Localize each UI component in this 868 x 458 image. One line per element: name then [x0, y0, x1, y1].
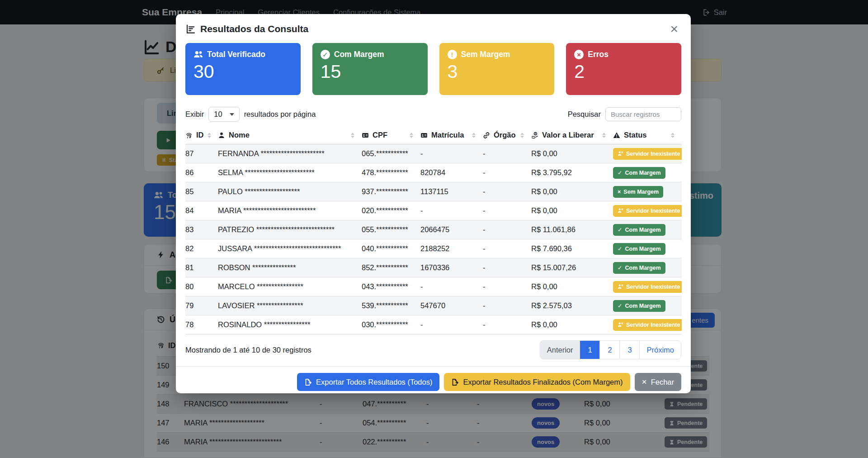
- cell-id: 86: [185, 163, 218, 182]
- cell-matricula: 1670336: [420, 258, 483, 277]
- cell-valor: R$ 0,00: [531, 144, 613, 163]
- stat-card-label: !Sem Margem: [448, 50, 547, 59]
- cell-nome: PATREZIO ***************************: [218, 220, 362, 239]
- x-icon: ×: [642, 377, 647, 387]
- search-input[interactable]: [605, 107, 681, 121]
- cell-valor: R$ 2.575,03: [531, 296, 613, 315]
- page-size-value: 10: [214, 110, 222, 119]
- per-page-label: resultados por página: [244, 110, 316, 119]
- stat-card-title: Sem Margem: [461, 50, 510, 59]
- cell-status: Servidor Inexistente: [613, 201, 682, 220]
- cell-id: 84: [185, 201, 218, 220]
- page-size-select[interactable]: 10: [208, 107, 239, 122]
- records-info: Mostrando de 1 até 10 de 30 registros: [185, 346, 311, 354]
- result-row-85: 85PAULO *******************937.*********…: [185, 182, 682, 201]
- stat-card-sem-margem: !Sem Margem3: [439, 43, 555, 95]
- column-header-nome[interactable]: Nome: [218, 128, 362, 144]
- exportar-todos-resultados-todos-button[interactable]: Exportar Todos Resultados (Todos): [297, 373, 439, 391]
- cell-matricula: -: [420, 277, 483, 296]
- stat-card-title: Total Verificado: [207, 50, 265, 59]
- cell-matricula: -: [420, 144, 483, 163]
- cell-orgao: -: [483, 239, 531, 258]
- results-table: IDNomeCPFMatrículaÓrgão$Valor a LiberarS…: [185, 128, 682, 334]
- cell-orgao: -: [483, 296, 531, 315]
- person-x-icon: [618, 151, 623, 157]
- status-badge-com-margem: ✓Com Margem: [613, 167, 665, 179]
- exportar-resultados-finalizados-com-margem-button[interactable]: Exportar Resultados Finalizados (Com Mar…: [444, 373, 630, 391]
- stat-card-value: 15: [321, 61, 420, 82]
- pagination-page-3[interactable]: 3: [619, 341, 639, 359]
- stat-card-title: Erros: [588, 50, 609, 59]
- chart-bars-icon: [186, 24, 196, 34]
- status-badge-servidor-inexistente: Servidor Inexistente: [613, 281, 682, 293]
- cell-valor: R$ 0,00: [531, 201, 613, 220]
- status-badge-label: Com Margem: [625, 246, 660, 252]
- pagination-next[interactable]: Próximo: [639, 341, 681, 359]
- column-header-o-rga-o[interactable]: Órgão: [483, 128, 531, 144]
- status-badge-com-margem: ✓Com Margem: [613, 300, 665, 312]
- status-badge-label: Servidor Inexistente: [626, 151, 680, 157]
- cell-nome: ROBSON ***************: [218, 258, 362, 277]
- column-header-status[interactable]: Status: [613, 128, 682, 144]
- stat-card-value: 3: [448, 61, 547, 82]
- status-badge-com-margem: ✓Com Margem: [613, 224, 665, 236]
- cell-id: 83: [185, 220, 218, 239]
- pagination: Anterior123Próximo: [540, 340, 681, 359]
- cell-status: Servidor Inexistente: [613, 144, 682, 163]
- cell-status: ✓Com Margem: [613, 296, 682, 315]
- cell-nome: LAVOSIER ****************: [218, 296, 362, 315]
- status-badge-com-margem: ✓Com Margem: [613, 262, 665, 274]
- cell-cpf: 040.***********: [362, 239, 420, 258]
- column-label: Órgão: [494, 131, 516, 139]
- cell-cpf: 043.***********: [362, 277, 420, 296]
- sort-icon: [602, 133, 606, 138]
- cell-orgao: -: [483, 258, 531, 277]
- warning-icon: [613, 132, 620, 139]
- cell-status: ✓Com Margem: [613, 163, 682, 182]
- result-row-81: 81ROBSON ***************852.***********1…: [185, 258, 682, 277]
- cell-id: 87: [185, 144, 218, 163]
- sort-icon: [410, 133, 413, 138]
- cell-id: 80: [185, 277, 218, 296]
- chevron-down-icon: [230, 113, 234, 116]
- modal-footer: Exportar Todos Resultados (Todos)Exporta…: [176, 366, 691, 397]
- cell-valor: R$ 0,00: [531, 182, 613, 201]
- cell-status: Servidor Inexistente: [613, 277, 682, 296]
- cell-nome: FERNANDA **********************: [218, 144, 362, 163]
- cell-orgao: -: [483, 277, 531, 296]
- column-header-id[interactable]: ID: [185, 128, 218, 144]
- cell-orgao: -: [483, 315, 531, 334]
- result-row-78: 78ROSINALDO ****************030.********…: [185, 315, 682, 334]
- status-badge-label: Servidor Inexistente: [626, 208, 680, 214]
- cell-orgao: -: [483, 182, 531, 201]
- cell-orgao: -: [483, 163, 531, 182]
- person-x-icon: [618, 322, 623, 328]
- sort-icon: [671, 133, 675, 138]
- cell-cpf: 852.***********: [362, 258, 420, 277]
- result-row-87: 87FERNANDA **********************065.***…: [185, 144, 682, 163]
- money-hand-icon: $: [531, 132, 538, 139]
- cell-cpf: 478.***********: [362, 163, 420, 182]
- pagination-page-1[interactable]: 1: [580, 341, 599, 359]
- cell-status: ×Sem Margem: [613, 182, 682, 201]
- check-icon: ✓: [618, 245, 622, 252]
- cell-valor: R$ 0,00: [531, 277, 613, 296]
- sort-icon: [472, 133, 476, 138]
- pagination-page-2[interactable]: 2: [599, 341, 619, 359]
- stat-card-total-verificado: Total Verificado30: [185, 43, 301, 95]
- cell-cpf: 539.***********: [362, 296, 420, 315]
- pagination-previous[interactable]: Anterior: [540, 341, 580, 359]
- column-header-cpf[interactable]: CPF: [362, 128, 420, 144]
- status-badge-label: Servidor Inexistente: [626, 284, 680, 290]
- file-export-icon: [304, 378, 312, 386]
- cell-status: ✓Com Margem: [613, 220, 682, 239]
- column-header-valor-a-liberar[interactable]: $Valor a Liberar: [531, 128, 613, 144]
- fechar-button[interactable]: ×Fechar: [635, 373, 681, 391]
- close-icon[interactable]: ×: [667, 22, 681, 36]
- check-circle-icon: ✓: [321, 50, 330, 59]
- column-header-matri-cula[interactable]: Matrícula: [420, 128, 483, 144]
- cell-id: 81: [185, 258, 218, 277]
- cell-orgao: -: [483, 220, 531, 239]
- person-x-icon: [618, 284, 623, 290]
- results-modal: Resultados da Consulta × Total Verificad…: [176, 14, 691, 393]
